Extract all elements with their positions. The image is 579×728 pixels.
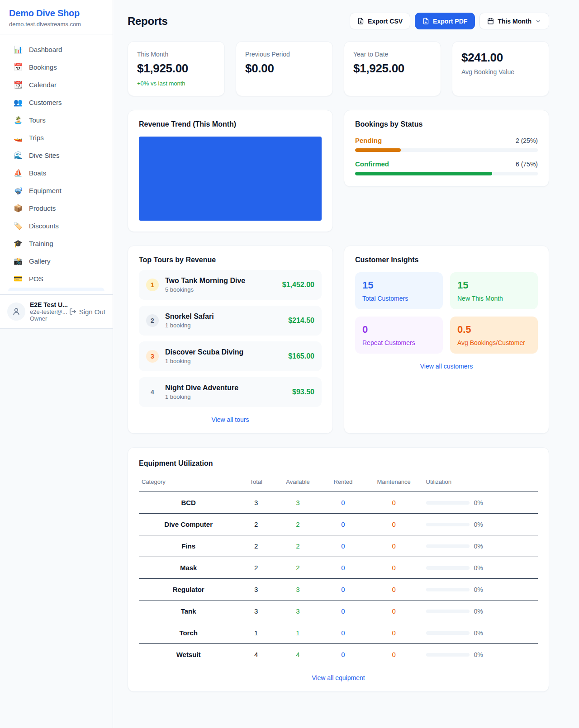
tile-avg-bookings: 0.5 Avg Bookings/Customer	[450, 317, 538, 354]
sidebar-item-trips[interactable]: 🚤Trips	[5, 129, 107, 147]
col-header-total: Total	[238, 474, 274, 492]
stat-card-avg-booking-value: $241.00 Avg Booking Value	[452, 41, 549, 96]
sidebar-nav: 📊Dashboard 📅Bookings 📆Calendar 👥Customer…	[0, 34, 113, 294]
cell-rented: 0	[322, 579, 365, 600]
utilization-label: 0%	[474, 651, 483, 658]
tour-revenue: $214.50	[288, 317, 314, 325]
sidebar: Demo Dive Shop demo.test.divestreams.com…	[0, 0, 113, 728]
cell-total: 3	[238, 600, 274, 622]
utilization-bar	[426, 631, 470, 635]
tile-repeat-customers: 0 Repeat Customers	[355, 317, 443, 354]
sign-out-button[interactable]: Sign Out	[69, 308, 105, 316]
cell-maintenance: 0	[365, 514, 423, 535]
sidebar-item-training[interactable]: 🎓Training	[5, 235, 107, 252]
sidebar-item-label: Boats	[29, 169, 46, 177]
cell-category: Mask	[139, 557, 238, 579]
tour-revenue: $93.50	[292, 388, 314, 396]
cell-rented: 0	[322, 622, 365, 644]
sidebar-item-gallery[interactable]: 📸Gallery	[5, 252, 107, 270]
cell-available: 3	[274, 579, 322, 600]
table-row: Fins 2 2 0 0 0%	[139, 535, 538, 557]
person-icon	[12, 307, 21, 316]
cell-maintenance: 0	[365, 557, 423, 579]
main-content: Reports Export CSV Export PDF This Month…	[128, 0, 549, 692]
user-panel: E2E Test U... e2e-tester@... Owner Sign …	[0, 294, 113, 329]
status-bar-track	[355, 148, 538, 152]
customer-insights-card: Customer Insights 15 Total Customers 15 …	[344, 246, 549, 434]
tour-name: Discover Scuba Diving	[165, 348, 282, 356]
cell-total: 4	[238, 644, 274, 666]
cell-category: Dive Computer	[139, 514, 238, 535]
sidebar-item-label: Tours	[29, 116, 46, 124]
sign-out-label: Sign Out	[79, 308, 105, 316]
view-all-tours-link[interactable]: View all tours	[139, 416, 322, 423]
sidebar-item-tours[interactable]: 🏝️Tours	[5, 111, 107, 129]
sidebar-item-label: Trips	[29, 134, 44, 142]
table-row: Regulator 3 3 0 0 0%	[139, 579, 538, 600]
sidebar-item-bookings[interactable]: 📅Bookings	[5, 58, 107, 76]
utilization-bar	[426, 523, 470, 526]
sidebar-item-dive-sites[interactable]: 🌊Dive Sites	[5, 147, 107, 164]
tour-bookings: 1 booking	[165, 393, 286, 400]
cell-total: 2	[238, 514, 274, 535]
status-row-confirmed: Confirmed 6 (75%)	[355, 160, 538, 175]
cell-total: 2	[238, 535, 274, 557]
tile-value: 15	[457, 279, 531, 291]
period-select[interactable]: This Month	[479, 13, 549, 29]
customers-icon: 👥	[14, 98, 23, 107]
sidebar-item-label: Equipment	[29, 187, 62, 194]
tours-icon: 🏝️	[14, 116, 23, 124]
rank-badge: 4	[146, 386, 159, 398]
view-all-customers-link[interactable]: View all customers	[355, 363, 538, 370]
cell-maintenance: 0	[365, 644, 423, 666]
utilization-label: 0%	[474, 608, 483, 615]
sidebar-item-discounts[interactable]: 🏷️Discounts	[5, 217, 107, 235]
sidebar-item-reports-partial[interactable]	[8, 288, 104, 291]
utilization-bar	[426, 501, 470, 505]
cell-available: 3	[274, 492, 322, 514]
sidebar-item-label: Products	[29, 204, 56, 212]
tour-bookings: 1 booking	[165, 322, 282, 329]
sidebar-item-label: Calendar	[29, 81, 57, 89]
view-all-equipment-link[interactable]: View all equipment	[139, 674, 538, 681]
equipment-title: Equipment Utilization	[139, 459, 538, 468]
utilization-bar	[426, 566, 470, 570]
cell-maintenance: 0	[365, 492, 423, 514]
tour-row-1: 1 Two Tank Morning Dive 5 bookings $1,45…	[139, 270, 322, 300]
status-bar-fill-confirmed	[355, 172, 492, 175]
utilization-bar	[426, 610, 470, 613]
user-name: E2E Test U...	[30, 301, 65, 308]
sidebar-item-equipment[interactable]: 🤿Equipment	[5, 182, 107, 199]
rank-badge: 2	[146, 314, 159, 327]
cell-available: 4	[274, 644, 322, 666]
export-pdf-button[interactable]: Export PDF	[415, 13, 475, 29]
export-pdf-label: Export PDF	[433, 18, 467, 25]
revenue-trend-chart	[139, 137, 322, 221]
utilization-label: 0%	[474, 586, 483, 593]
sidebar-item-customers[interactable]: 👥Customers	[5, 94, 107, 111]
utilization-bar	[426, 544, 470, 548]
pos-icon: 💳	[14, 274, 23, 283]
sidebar-item-dashboard[interactable]: 📊Dashboard	[5, 41, 107, 58]
top-tours-title: Top Tours by Revenue	[139, 256, 322, 264]
export-csv-button[interactable]: Export CSV	[350, 13, 410, 29]
cell-category: Tank	[139, 600, 238, 622]
sidebar-item-products[interactable]: 📦Products	[5, 199, 107, 217]
sidebar-item-pos[interactable]: 💳POS	[5, 270, 107, 288]
cell-rented: 0	[322, 644, 365, 666]
sidebar-item-label: Bookings	[29, 63, 57, 71]
boats-icon: ⛵	[14, 169, 23, 177]
revenue-trend-card: Revenue Trend (This Month)	[128, 110, 333, 232]
sidebar-item-label: Training	[29, 240, 53, 247]
sidebar-item-label: Gallery	[29, 257, 51, 265]
status-value-confirmed: 6 (75%)	[516, 161, 538, 168]
sidebar-item-boats[interactable]: ⛵Boats	[5, 164, 107, 182]
tour-name: Two Tank Morning Dive	[165, 277, 276, 285]
customer-insights-title: Customer Insights	[355, 256, 538, 264]
cell-total: 3	[238, 579, 274, 600]
stat-label: This Month	[137, 51, 215, 58]
cell-available: 3	[274, 600, 322, 622]
tour-revenue: $1,452.00	[282, 281, 314, 289]
sidebar-item-calendar[interactable]: 📆Calendar	[5, 76, 107, 94]
cell-category: Regulator	[139, 579, 238, 600]
